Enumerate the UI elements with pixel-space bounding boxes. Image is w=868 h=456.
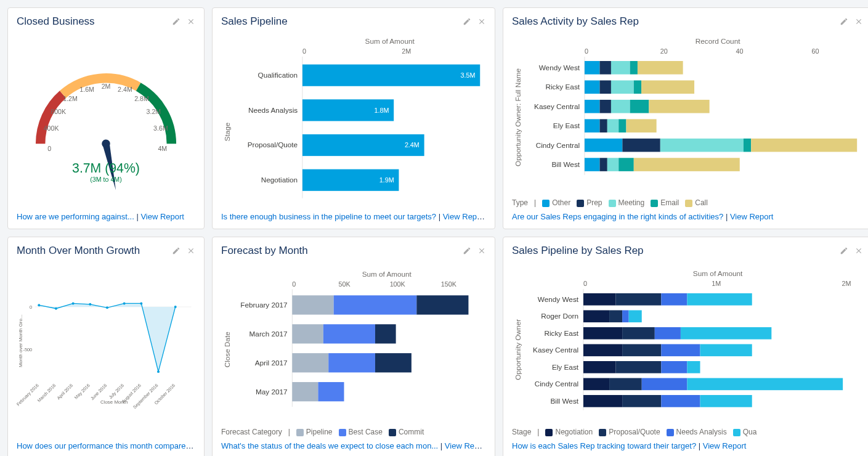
svg-text:2M: 2M	[402, 47, 411, 55]
svg-rect-39	[585, 61, 600, 75]
svg-rect-20	[302, 65, 480, 86]
svg-text:3.6M: 3.6M	[153, 124, 168, 132]
svg-rect-147	[616, 361, 662, 373]
svg-rect-41	[611, 61, 630, 75]
svg-rect-107	[416, 295, 468, 314]
svg-text:Wendy West: Wendy West	[538, 295, 579, 303]
svg-text:Record Count: Record Count	[696, 38, 740, 46]
card-sales-pipeline: Sales Pipeline Sum of Amount 0 2M Stage …	[212, 7, 495, 229]
close-icon[interactable]	[477, 17, 486, 26]
svg-rect-61	[626, 119, 656, 132]
card-title: Sales Pipeline	[221, 15, 288, 28]
card-title: Sales Activity by Sales Rep	[512, 15, 639, 28]
svg-rect-111	[375, 324, 396, 343]
svg-text:0: 0	[585, 47, 588, 55]
footer-question-link[interactable]: How does our performance this month comp…	[17, 441, 195, 450]
legend: Forecast Category | Pipeline Best Case C…	[221, 428, 486, 436]
close-icon[interactable]	[854, 246, 863, 255]
svg-rect-48	[634, 80, 641, 94]
svg-rect-49	[641, 80, 694, 94]
svg-point-84	[140, 302, 142, 304]
svg-text:Cindy Central: Cindy Central	[535, 380, 578, 388]
svg-rect-46	[600, 80, 611, 94]
svg-text:Close Month: Close Month	[100, 399, 128, 405]
svg-rect-70	[600, 158, 607, 171]
close-icon[interactable]	[477, 246, 486, 255]
svg-text:Ricky East: Ricky East	[544, 329, 578, 337]
edit-icon[interactable]	[463, 246, 471, 255]
svg-text:Ricky East: Ricky East	[545, 83, 580, 91]
svg-rect-51	[585, 100, 600, 113]
svg-rect-42	[630, 61, 638, 75]
svg-text:20: 20	[660, 47, 668, 55]
svg-rect-127	[616, 293, 662, 306]
svg-rect-67	[751, 139, 857, 152]
svg-text:0: 0	[302, 47, 306, 55]
svg-rect-144	[700, 344, 752, 356]
view-report-link[interactable]: View Report	[140, 212, 184, 221]
edit-icon[interactable]	[840, 246, 848, 255]
svg-point-83	[123, 302, 126, 304]
svg-rect-113	[292, 353, 328, 372]
svg-text:800K: 800K	[51, 108, 66, 115]
svg-text:150K: 150K	[441, 280, 457, 288]
svg-rect-63	[585, 139, 622, 152]
line-chart: Month over Month Gro... 0 -500 February …	[17, 262, 195, 436]
svg-text:0: 0	[583, 280, 587, 287]
svg-text:(3M to 4M): (3M to 4M)	[90, 176, 121, 183]
footer-question-link[interactable]: What's the status of the deals we expect…	[221, 441, 438, 450]
svg-text:3.5M: 3.5M	[461, 71, 476, 79]
view-report-link[interactable]: View Report	[443, 212, 486, 221]
svg-text:50K: 50K	[339, 280, 351, 288]
svg-text:2M: 2M	[102, 83, 111, 90]
edit-icon[interactable]	[840, 17, 848, 26]
svg-text:Negotiation: Negotiation	[261, 176, 298, 184]
svg-rect-128	[661, 293, 687, 306]
svg-text:Ely East: Ely East	[552, 363, 579, 371]
svg-rect-65	[660, 139, 744, 152]
footer-question-link[interactable]: How are we performing against...	[17, 212, 134, 221]
svg-rect-141	[583, 344, 622, 356]
svg-rect-40	[600, 61, 611, 75]
svg-point-81	[89, 303, 91, 306]
footer-question-link[interactable]: How is each Sales Rep tracking toward th…	[512, 441, 696, 450]
svg-text:4M: 4M	[158, 145, 167, 152]
svg-rect-110	[323, 324, 375, 343]
svg-text:February 2016: February 2016	[17, 383, 40, 407]
svg-rect-55	[649, 100, 709, 113]
svg-text:60: 60	[811, 47, 819, 55]
view-report-link[interactable]: View Report	[703, 441, 747, 450]
svg-text:May 2017: May 2017	[256, 388, 287, 396]
svg-rect-71	[607, 158, 619, 171]
svg-text:1.2M: 1.2M	[63, 95, 78, 102]
svg-point-82	[106, 306, 108, 309]
view-report-link[interactable]: View Report	[445, 441, 486, 450]
svg-text:3.2M: 3.2M	[147, 108, 161, 115]
svg-rect-58	[600, 119, 607, 132]
svg-text:Proposal/Quote: Proposal/Quote	[248, 140, 298, 149]
svg-rect-158	[661, 395, 700, 407]
view-report-link[interactable]: View Report	[730, 212, 774, 221]
bar-chart: Sum of Amount 0 2M Stage Qualification3.…	[221, 33, 486, 207]
svg-rect-60	[619, 119, 626, 132]
edit-icon[interactable]	[172, 17, 180, 26]
svg-rect-53	[611, 100, 630, 113]
close-icon[interactable]	[187, 17, 195, 26]
svg-text:0: 0	[30, 304, 32, 310]
svg-text:1M: 1M	[712, 280, 721, 287]
edit-icon[interactable]	[463, 17, 471, 26]
svg-rect-66	[744, 139, 751, 152]
edit-icon[interactable]	[172, 246, 180, 255]
svg-text:Sum of Amount: Sum of Amount	[362, 270, 412, 278]
svg-rect-159	[700, 395, 752, 407]
svg-text:Ely East: Ely East	[553, 121, 580, 129]
svg-rect-47	[611, 80, 634, 94]
svg-text:Month over Month Gro...: Month over Month Gro...	[18, 315, 23, 368]
footer-question-link[interactable]: Is there enough business in the pipeline…	[221, 212, 436, 221]
footer-question-link[interactable]: Are our Sales Reps engaging in the right…	[512, 212, 723, 221]
card-title: Sales Pipeline by Sales Rep	[512, 245, 644, 257]
close-icon[interactable]	[187, 246, 195, 255]
close-icon[interactable]	[854, 17, 863, 26]
svg-text:Wendy West: Wendy West	[539, 63, 580, 71]
svg-rect-132	[609, 310, 622, 322]
